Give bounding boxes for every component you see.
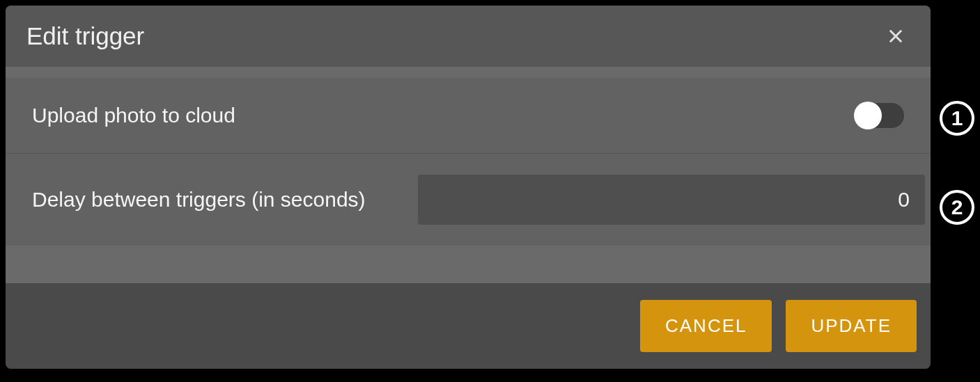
close-icon [886, 26, 905, 46]
delay-row: Delay between triggers (in seconds) [6, 154, 931, 246]
delay-input[interactable] [418, 175, 925, 225]
upload-photo-label: Upload photo to cloud [32, 104, 235, 127]
delay-label: Delay between triggers (in seconds) [32, 188, 366, 212]
dialog-body: Upload photo to cloud Delay between trig… [6, 67, 931, 283]
upload-photo-toggle[interactable] [855, 103, 904, 128]
cancel-button[interactable]: CANCEL [640, 300, 772, 352]
spacer-band [6, 246, 931, 283]
callout-2: 2 [940, 190, 974, 225]
dialog-footer: CANCEL UPDATE [6, 283, 931, 369]
upload-photo-row: Upload photo to cloud [6, 78, 931, 154]
update-button[interactable]: UPDATE [786, 300, 917, 352]
dialog-header: Edit trigger [6, 6, 931, 67]
edit-trigger-dialog: Edit trigger Upload photo to cloud Delay… [6, 6, 931, 369]
toggle-knob [854, 102, 882, 129]
callout-1: 1 [940, 101, 974, 136]
dialog-title: Edit trigger [26, 22, 144, 50]
spacer [6, 67, 931, 78]
close-button[interactable] [882, 22, 910, 50]
